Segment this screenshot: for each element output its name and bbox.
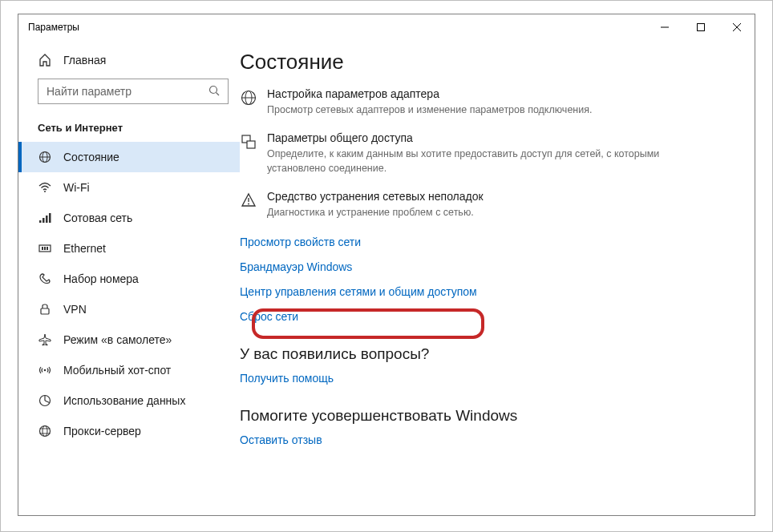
svg-point-4 [210, 87, 217, 94]
sidebar: Главная Найти параметр Сеть и Интернет [18, 40, 240, 515]
airplane-icon [38, 332, 52, 347]
sidebar-item-hotspot[interactable]: Мобильный хот-спот [18, 355, 240, 385]
sidebar-item-datausage[interactable]: Использование данных [18, 385, 240, 416]
home-label: Главная [63, 54, 106, 66]
maximize-button[interactable] [682, 14, 718, 40]
link-feedback[interactable]: Оставить отзыв [240, 433, 322, 446]
sidebar-item-label: Использование данных [63, 394, 185, 407]
home-icon [38, 53, 52, 67]
datausage-icon [38, 393, 52, 408]
svg-rect-1 [697, 24, 704, 31]
svg-rect-18 [41, 308, 49, 314]
proxy-icon [38, 424, 52, 438]
sidebar-item-proxy[interactable]: Прокси-сервер [18, 416, 240, 446]
link-network-reset[interactable]: Сброс сети [240, 310, 298, 323]
svg-point-9 [44, 191, 46, 192]
setting-adapter[interactable]: Настройка параметров адаптера Просмотр с… [240, 87, 673, 117]
svg-rect-10 [39, 220, 42, 223]
setting-desc: Просмотр сетевых адаптеров и изменение п… [267, 103, 673, 117]
sidebar-item-ethernet[interactable]: Ethernet [18, 233, 240, 264]
warning-icon [240, 191, 257, 209]
sidebar-item-label: Сотовая сеть [63, 212, 132, 224]
close-button[interactable] [718, 14, 755, 40]
sidebar-item-status[interactable]: Состояние [18, 142, 240, 172]
sharing-icon [240, 133, 257, 151]
link-firewall[interactable]: Брандмауэр Windows [240, 260, 352, 273]
hotspot-icon [38, 363, 52, 377]
svg-rect-15 [42, 247, 43, 250]
sidebar-item-label: Состояние [63, 151, 119, 163]
globe-icon [38, 150, 52, 164]
window-controls [646, 14, 755, 40]
page-title: Состояние [240, 50, 734, 75]
search-input[interactable]: Найти параметр [38, 79, 229, 104]
window-title: Параметры [28, 22, 79, 33]
link-properties[interactable]: Просмотр свойств сети [240, 236, 361, 248]
sidebar-item-label: VPN [63, 303, 87, 316]
svg-rect-13 [49, 213, 51, 223]
sidebar-item-label: Ethernet [63, 242, 106, 255]
sidebar-item-label: Wi-Fi [63, 181, 90, 194]
home-link[interactable]: Главная [18, 45, 240, 75]
vpn-icon [38, 302, 52, 316]
sidebar-item-vpn[interactable]: VPN [18, 294, 240, 324]
setting-title: Параметры общего доступа [267, 131, 673, 144]
sidebar-item-label: Прокси-сервер [63, 425, 141, 437]
svg-rect-29 [247, 141, 255, 148]
sidebar-item-dialup[interactable]: Набор номера [18, 264, 240, 294]
cellular-icon [38, 211, 52, 225]
setting-title: Средство устранения сетевых неполадок [267, 190, 673, 203]
improve-heading: Помогите усовершенствовать Windows [240, 407, 734, 425]
outer-frame: Параметры Главная [0, 0, 773, 532]
search-placeholder-text: Найти параметр [47, 85, 208, 98]
window: Параметры Главная [18, 14, 755, 516]
search-icon [208, 85, 221, 98]
setting-title: Настройка параметров адаптера [267, 87, 673, 100]
sidebar-item-airplane[interactable]: Режим «в самолете» [18, 324, 240, 355]
svg-point-22 [42, 426, 47, 437]
svg-rect-16 [44, 247, 46, 250]
setting-desc: Определите, к каким данным вы хотите пре… [267, 147, 673, 175]
adapter-icon [240, 89, 257, 107]
svg-point-31 [248, 204, 249, 205]
setting-troubleshoot[interactable]: Средство устранения сетевых неполадок Ди… [240, 190, 673, 220]
svg-rect-12 [46, 216, 48, 223]
sidebar-item-label: Мобильный хот-спот [63, 364, 171, 377]
setting-desc: Диагностика и устранение проблем с сетью… [267, 205, 673, 220]
window-body: Главная Найти параметр Сеть и Интернет [18, 40, 755, 515]
setting-sharing[interactable]: Параметры общего доступа Определите, к к… [240, 131, 673, 175]
questions-heading: У вас появились вопросы? [240, 345, 734, 363]
svg-rect-11 [42, 218, 45, 223]
minimize-button[interactable] [646, 14, 682, 40]
titlebar: Параметры [18, 14, 755, 40]
link-get-help[interactable]: Получить помощь [240, 372, 334, 385]
svg-rect-17 [47, 247, 48, 250]
sidebar-item-label: Набор номера [63, 272, 139, 285]
wifi-icon [38, 180, 52, 195]
sidebar-group-label: Сеть и Интернет [18, 104, 240, 142]
search-wrap: Найти параметр [18, 79, 240, 104]
sidebar-item-label: Режим «в самолете» [63, 333, 172, 346]
svg-point-21 [40, 426, 51, 437]
sidebar-item-cellular[interactable]: Сотовая сеть [18, 203, 240, 233]
main-content: Состояние Настройка параметров адаптера … [240, 40, 755, 515]
svg-line-5 [217, 93, 220, 96]
svg-point-19 [44, 369, 47, 372]
sidebar-item-wifi[interactable]: Wi-Fi [18, 172, 240, 203]
link-sharing-center[interactable]: Центр управления сетями и общим доступом [240, 285, 477, 298]
ethernet-icon [38, 241, 52, 256]
dialup-icon [38, 272, 52, 286]
